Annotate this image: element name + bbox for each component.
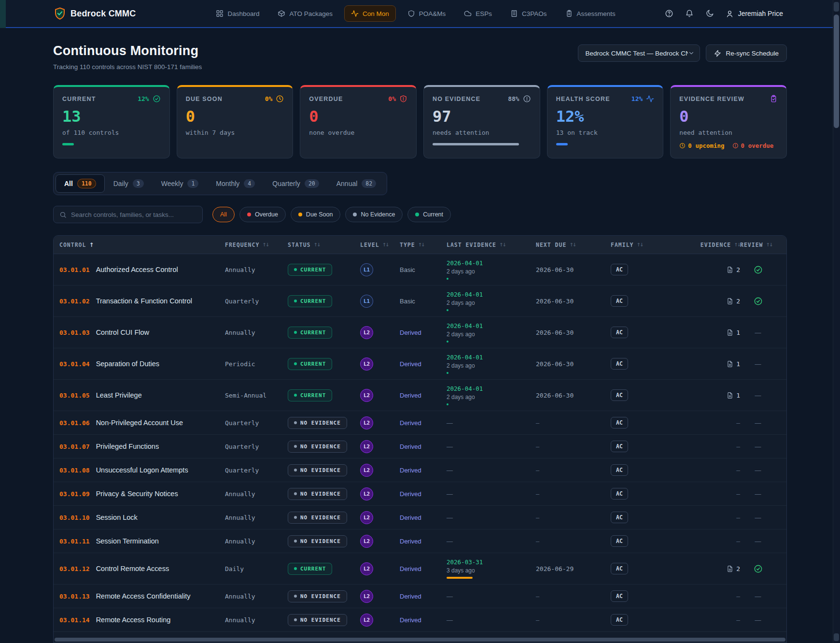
vertical-scrollbar[interactable] xyxy=(833,0,840,643)
filter-pill-overdue[interactable]: Overdue xyxy=(239,207,286,222)
filter-pill-all[interactable]: All xyxy=(212,207,235,222)
nav-item-c3paos[interactable]: C3PAOs xyxy=(504,5,554,22)
control-row-03-01-05[interactable]: 03.01.05 Least Privilege Semi-Annual CUR… xyxy=(54,380,786,411)
column-header-next-due[interactable]: NEXT DUE↑↓ xyxy=(536,242,611,248)
level-cell: L2 xyxy=(360,487,400,500)
nav-item-esps[interactable]: ESPs xyxy=(457,5,499,22)
control-row-03-01-14[interactable]: 03.01.14 Remote Access Routing Annually … xyxy=(54,608,786,632)
review-cell xyxy=(740,265,776,274)
control-row-03-01-10[interactable]: 03.01.10 Session Lock Annually NO EVIDEN… xyxy=(54,506,786,529)
last-evidence-empty: — xyxy=(447,419,536,427)
horizontal-scrollbar-thumb[interactable] xyxy=(55,638,785,642)
package-select[interactable]: Bedrock CMMC Test — Bedrock CN xyxy=(578,44,700,62)
last-evidence-cell: 2026-03-31 3 days ago xyxy=(447,558,536,579)
stat-card-value: 0 xyxy=(309,107,407,126)
status-cell: CURRENT xyxy=(288,389,360,401)
evidence-cell: — xyxy=(683,616,740,624)
filter-pill-current[interactable]: Current xyxy=(407,207,451,222)
status-label: CURRENT xyxy=(300,267,326,273)
evidence-progress-bar xyxy=(447,403,448,405)
column-header-family[interactable]: FAMILY↑↓ xyxy=(611,242,683,248)
review-status-approved[interactable] xyxy=(740,297,776,306)
user-menu[interactable]: Jeremiah Price xyxy=(726,10,783,18)
review-status-approved[interactable] xyxy=(740,265,776,274)
frequency-cell: Annually xyxy=(225,593,288,600)
control-row-03-01-12[interactable]: 03.01.12 Control Remote Access Daily CUR… xyxy=(54,553,786,585)
filter-pill-no-evidence[interactable]: No Evidence xyxy=(345,207,403,222)
control-row-03-01-11[interactable]: 03.01.11 Session Termination Annually NO… xyxy=(54,529,786,553)
column-header-level[interactable]: LEVEL↑↓ xyxy=(360,242,400,248)
control-row-03-01-02[interactable]: 03.01.02 Transaction & Function Control … xyxy=(54,286,786,317)
stat-card-percent: 12% xyxy=(631,95,643,102)
theme-toggle-button[interactable] xyxy=(705,9,714,18)
review-status-empty: — xyxy=(740,490,776,498)
sort-icon: ↑↓ xyxy=(637,242,643,247)
review-status-approved[interactable] xyxy=(740,564,776,573)
review-status-empty: — xyxy=(740,360,776,368)
stat-card-value: 12% xyxy=(556,107,655,126)
control-row-03-01-01[interactable]: 03.01.01 Authorized Access Control Annua… xyxy=(54,254,786,286)
evidence-count: 1 xyxy=(683,329,740,336)
tab-quarterly[interactable]: Quarterly 20 xyxy=(264,175,327,192)
vertical-scrollbar-thumb[interactable] xyxy=(834,14,839,128)
family-cell: AC xyxy=(611,614,683,626)
tab-annual[interactable]: Annual 82 xyxy=(328,175,385,192)
status-cell: NO EVIDENCE xyxy=(288,417,360,429)
file-icon xyxy=(727,266,733,273)
table-header-row: CONTROL↑ FREQUENCY↑↓ STATUS↑↓ LEVEL↑↓ TY… xyxy=(54,236,786,254)
tab-monthly[interactable]: Monthly 4 xyxy=(207,175,264,192)
column-header-evidence[interactable]: EVIDENCE↑↓ xyxy=(683,242,740,248)
activity-icon xyxy=(351,10,359,17)
family-cell: AC xyxy=(611,563,683,574)
stat-card-value: 97 xyxy=(433,107,531,126)
control-id: 03.01.02 xyxy=(59,298,90,305)
tab-weekly[interactable]: Weekly 1 xyxy=(153,175,208,192)
sort-icon: ↑↓ xyxy=(734,242,740,247)
family-badge: AC xyxy=(611,590,628,602)
filter-pill-label: Overdue xyxy=(255,211,278,218)
nav-item-assessments[interactable]: Assessments xyxy=(559,5,622,22)
control-row-03-01-08[interactable]: 03.01.08 Unsuccessful Logon Attempts Qua… xyxy=(54,458,786,482)
tab-daily[interactable]: Daily 3 xyxy=(105,175,153,192)
column-header-review[interactable]: REVIEW↑↓ xyxy=(740,242,776,248)
column-header-status[interactable]: STATUS↑↓ xyxy=(288,242,360,248)
tab-all[interactable]: All 110 xyxy=(56,174,105,193)
brand[interactable]: Bedrock CMMC xyxy=(54,7,136,20)
column-header-type[interactable]: TYPE↑↓ xyxy=(400,242,447,248)
column-header-frequency[interactable]: FREQUENCY↑↓ xyxy=(225,242,288,248)
last-evidence-cell: 2026-04-01 2 days ago xyxy=(447,322,536,343)
scrollbar-top-button[interactable] xyxy=(834,2,839,12)
control-row-03-01-13[interactable]: 03.01.13 Remote Access Confidentiality A… xyxy=(54,585,786,608)
filter-pill-due-soon[interactable]: Due Soon xyxy=(291,207,341,222)
stat-card-header: HEALTH SCORE 12% xyxy=(556,95,655,103)
help-button[interactable] xyxy=(665,9,673,18)
control-row-03-01-06[interactable]: 03.01.06 Non-Privileged Account Use Quar… xyxy=(54,411,786,435)
tab-label: Weekly xyxy=(161,180,183,187)
nav-item-con-mon[interactable]: Con Mon xyxy=(344,5,396,22)
status-dot xyxy=(294,516,297,519)
family-cell: AC xyxy=(611,295,683,307)
control-row-03-01-03[interactable]: 03.01.03 Control CUI Flow Annually CURRE… xyxy=(54,317,786,348)
column-header-label: FAMILY xyxy=(611,242,634,248)
review-status-empty: — xyxy=(740,538,776,545)
column-header-last-evidence[interactable]: LAST EVIDENCE↑↓ xyxy=(447,242,536,248)
evidence-empty: — xyxy=(683,419,740,427)
nav-item-dashboard[interactable]: Dashboard xyxy=(209,5,266,22)
control-row-03-01-09[interactable]: 03.01.09 Privacy & Security Notices Annu… xyxy=(54,482,786,506)
search-input[interactable] xyxy=(71,211,196,218)
evidence-count: 1 xyxy=(683,360,740,368)
level-cell: L2 xyxy=(360,511,400,524)
frequency-cell: Semi-Annual xyxy=(225,392,288,399)
next-due-empty: – xyxy=(536,616,611,624)
nav-item-ato-packages[interactable]: ATO Packages xyxy=(271,5,339,22)
nav-item-poa-ms[interactable]: POA&Ms xyxy=(401,5,453,22)
resync-schedule-button[interactable]: Re-sync Schedule xyxy=(706,44,787,62)
control-row-03-01-07[interactable]: 03.01.07 Privileged Functions Quarterly … xyxy=(54,435,786,458)
stat-card-label: EVIDENCE REVIEW xyxy=(679,96,744,102)
scrollbar-bottom-button[interactable] xyxy=(834,633,839,641)
notifications-button[interactable] xyxy=(685,9,694,18)
control-row-03-01-04[interactable]: 03.01.04 Separation of Duties Periodic C… xyxy=(54,348,786,380)
frequency-cell: Daily xyxy=(225,565,288,572)
column-header-control[interactable]: CONTROL↑ xyxy=(59,242,225,248)
grid-icon xyxy=(216,10,224,17)
